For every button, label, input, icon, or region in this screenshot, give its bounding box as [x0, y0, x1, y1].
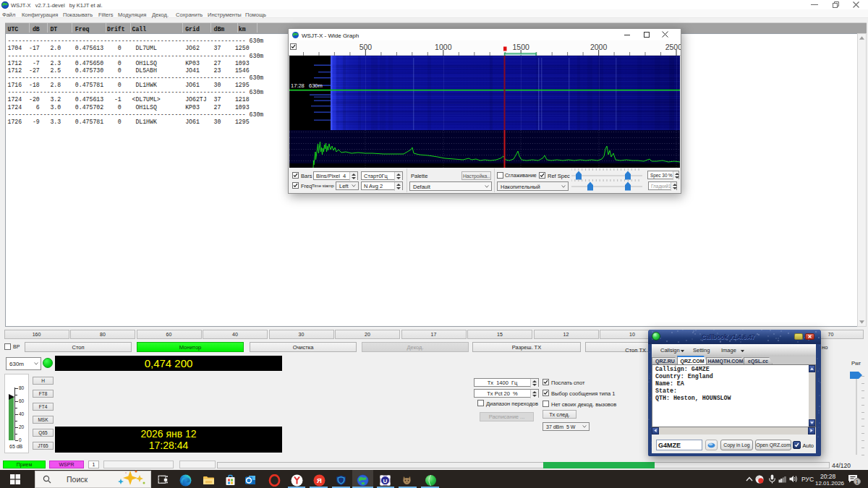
svg-text:1500: 1500	[513, 43, 530, 51]
svg-text:500: 500	[359, 43, 373, 51]
svg-text:17:28: 17:28	[291, 82, 305, 89]
svg-text:1000: 1000	[435, 43, 452, 51]
svg-text:U: U	[383, 478, 387, 484]
svg-text:2500: 2500	[665, 43, 681, 51]
svg-text:2000: 2000	[590, 43, 608, 51]
svg-text:Я: Я	[317, 476, 322, 484]
svg-text:630m: 630m	[309, 82, 323, 89]
